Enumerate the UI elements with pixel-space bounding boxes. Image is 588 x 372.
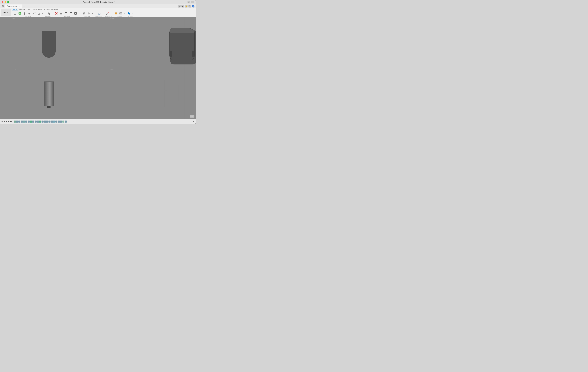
automate-button[interactable] (46, 11, 51, 16)
timeline-item-2[interactable] (16, 121, 18, 122)
tab-solid[interactable]: SOLID (12, 9, 18, 11)
new-tab-button[interactable]: + (22, 5, 25, 8)
extrude-button[interactable] (22, 11, 27, 16)
timeline-item-3[interactable] (18, 121, 21, 122)
grid-icon[interactable]: ⊞ (188, 1, 190, 3)
app-title: Autodesk Fusion 360 (Education License) (10, 1, 188, 3)
timeline-item-22[interactable] (62, 121, 64, 122)
go-to-end-button[interactable]: ⏭ (10, 121, 12, 123)
timeline-item-1[interactable] (14, 121, 16, 122)
joint-button[interactable] (86, 11, 91, 16)
timeline-item-4[interactable] (21, 121, 23, 122)
viewport-bottom-left[interactable]: Front (0, 68, 98, 119)
step-back-button[interactable]: ◀ (4, 121, 5, 123)
insert-buttons (114, 11, 126, 16)
playback-controls: ⏮ ◀ ▶ ▶ ⏭ (1, 121, 12, 123)
svg-rect-54 (170, 51, 172, 57)
timeline-item-19[interactable] (55, 121, 57, 122)
timeline-item-6[interactable] (25, 121, 27, 122)
viewport-top-left[interactable]: Top (0, 17, 98, 68)
minimize-button[interactable] (4, 1, 6, 3)
tab-mesh[interactable]: MESH (26, 9, 32, 11)
svg-marker-14 (30, 14, 31, 14)
svg-marker-49 (128, 12, 130, 15)
design-label: DESIGN (2, 12, 8, 13)
timeline-item-8[interactable] (30, 121, 32, 122)
more-modify-button[interactable] (78, 11, 80, 16)
timeline-item-20[interactable] (58, 121, 60, 122)
timeline-item-21[interactable] (60, 121, 62, 122)
timeline-item-15[interactable] (46, 121, 48, 122)
loft-button[interactable] (36, 11, 41, 16)
help-icon[interactable]: ? (188, 5, 191, 8)
offset-plane-button[interactable] (97, 11, 102, 16)
timeline-item-7[interactable] (28, 121, 30, 122)
svg-marker-48 (124, 13, 125, 14)
create-form-button[interactable] (17, 11, 22, 16)
svg-marker-50 (132, 13, 134, 14)
svg-line-37 (106, 12, 108, 14)
tab-close-button[interactable]: × (19, 5, 20, 7)
svg-marker-41 (110, 13, 112, 14)
svg-text:Right: Right (110, 69, 114, 70)
svg-marker-20 (42, 13, 43, 14)
more-inspect-button[interactable] (110, 11, 112, 16)
viewport-bottom-right[interactable]: Right Right (98, 68, 196, 119)
chamfer-button[interactable] (68, 11, 73, 16)
sweep-button[interactable] (32, 11, 36, 16)
new-component-button[interactable] (82, 11, 86, 16)
play-button[interactable]: ▶ (6, 121, 8, 123)
tab-plastic[interactable]: PLASTIC (43, 9, 51, 11)
modify-buttons (54, 11, 80, 16)
insert-derive-button[interactable] (114, 11, 118, 16)
cloud-icon[interactable]: ☁ (181, 5, 184, 8)
svg-rect-0 (2, 5, 3, 6)
delete-button[interactable] (54, 11, 59, 16)
timeline-item-16[interactable] (48, 121, 51, 122)
go-to-start-button[interactable]: ⏮ (1, 121, 3, 123)
sync-icon[interactable]: ↻ (178, 5, 180, 8)
timeline-item-17[interactable] (51, 121, 53, 122)
measure-button[interactable] (105, 11, 110, 16)
design-dropdown-button[interactable]: DESIGN ▼ (0, 9, 11, 16)
sketch-button[interactable] (13, 11, 17, 16)
more-select-button[interactable] (132, 11, 134, 16)
timeline-item-9[interactable] (32, 121, 34, 122)
insert-canvas-button[interactable] (118, 11, 123, 16)
fillet-button[interactable] (64, 11, 68, 16)
revolve-button[interactable] (27, 11, 32, 16)
svg-point-13 (28, 13, 30, 14)
hamburger-icon[interactable]: ≡ (191, 1, 194, 3)
active-tab[interactable]: iot01-cap v8* × (5, 4, 22, 8)
tab-sheet-metal[interactable]: SHEET METAL (32, 9, 43, 11)
timeline-icons (14, 121, 67, 122)
inspect-buttons (105, 11, 112, 16)
svg-marker-34 (98, 14, 101, 15)
tab-surface[interactable]: SURFACE (18, 9, 26, 11)
select-button[interactable] (127, 11, 132, 16)
timeline-item-5[interactable] (23, 121, 25, 122)
tab-utilities[interactable]: UTILITIES (51, 9, 59, 11)
bell-icon[interactable]: 🔔 (185, 5, 188, 8)
timeline-item-14[interactable] (44, 121, 46, 122)
timeline-item-23[interactable] (65, 121, 67, 122)
timeline-item-12[interactable] (39, 121, 41, 122)
shell-button[interactable] (73, 11, 78, 16)
viewport-top-right[interactable]: Home (98, 17, 196, 68)
svg-rect-23 (60, 13, 62, 14)
timeline-item-10[interactable] (35, 121, 37, 122)
timeline-item-18[interactable] (53, 121, 55, 122)
step-forward-button[interactable]: ▶ (8, 121, 10, 123)
close-button[interactable] (2, 1, 3, 3)
more-assemble-button[interactable] (91, 11, 94, 16)
maximize-button[interactable] (7, 1, 9, 3)
svg-rect-58 (44, 81, 54, 82)
timeline-item-13[interactable] (42, 121, 43, 122)
settings-icon[interactable]: ⚙ (193, 121, 194, 123)
more-insert-button[interactable] (123, 11, 126, 16)
press-pull-button[interactable] (59, 11, 63, 16)
user-icon[interactable]: U (192, 5, 194, 8)
more-create-button[interactable] (41, 11, 43, 16)
title-bar: Autodesk Fusion 360 (Education License) … (0, 0, 196, 4)
timeline-item-11[interactable] (37, 121, 39, 122)
